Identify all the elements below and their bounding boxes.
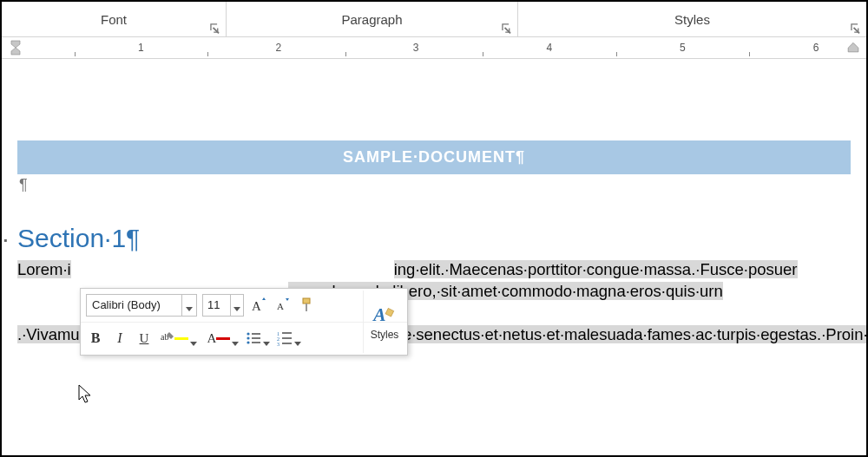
ruler-number: 2 xyxy=(275,42,281,54)
svg-text:3: 3 xyxy=(277,342,279,347)
ribbon-group-styles: Styles xyxy=(518,2,866,36)
ruler-number: 5 xyxy=(680,42,686,54)
right-indent-marker-icon[interactable] xyxy=(847,41,859,53)
ruler-number: 3 xyxy=(413,42,419,54)
bullets-button[interactable] xyxy=(244,329,270,348)
svg-marker-3 xyxy=(186,307,193,311)
underline-icon[interactable]: U xyxy=(135,329,154,348)
svg-marker-1 xyxy=(11,48,20,55)
font-name-combo[interactable]: Calibri (Body) xyxy=(86,294,197,317)
svg-rect-26 xyxy=(282,343,292,344)
ruler-number: 1 xyxy=(138,42,144,54)
font-dialog-launcher-icon[interactable] xyxy=(209,22,220,33)
selected-text: Lorem·i xyxy=(17,260,71,278)
heading-section-1[interactable]: Section·1¶ xyxy=(17,224,851,253)
paragraph-dialog-launcher-icon[interactable] xyxy=(501,22,512,33)
ribbon-group-paragraph: Paragraph xyxy=(227,2,518,36)
svg-text:A: A xyxy=(372,304,385,325)
ribbon-group-labels: Font Paragraph Styles xyxy=(2,2,866,37)
horizontal-ruler[interactable]: 1 2 3 4 5 6 xyxy=(2,37,866,59)
bullets-icon xyxy=(244,329,263,348)
font-size-value: 11 xyxy=(203,298,230,311)
svg-marker-8 xyxy=(286,298,289,301)
bullets-dropdown-icon[interactable] xyxy=(263,335,270,342)
svg-rect-19 xyxy=(252,342,260,343)
svg-rect-15 xyxy=(252,333,260,335)
indent-marker-icon[interactable] xyxy=(10,39,21,56)
format-painter-icon[interactable] xyxy=(298,296,317,315)
numbering-dropdown-icon[interactable] xyxy=(294,335,301,342)
ribbon-group-styles-label: Styles xyxy=(674,12,710,27)
ribbon-group-font: Font xyxy=(2,2,227,36)
font-name-dropdown-icon[interactable] xyxy=(181,295,196,316)
svg-text:A: A xyxy=(252,299,261,313)
selected-text: ing·elit.·Maecenas·porttitor·congue·mass… xyxy=(394,260,798,278)
font-color-dropdown-icon[interactable] xyxy=(232,335,239,342)
font-color-button[interactable]: A xyxy=(202,329,239,348)
svg-point-14 xyxy=(247,333,249,336)
svg-marker-27 xyxy=(294,342,301,346)
ribbon-group-paragraph-label: Paragraph xyxy=(341,12,402,27)
anchor-icon: ▪ xyxy=(3,234,7,246)
font-size-dropdown-icon[interactable] xyxy=(230,295,243,316)
svg-rect-22 xyxy=(282,332,292,334)
svg-rect-9 xyxy=(303,298,310,304)
svg-marker-6 xyxy=(262,297,266,300)
svg-rect-17 xyxy=(252,337,260,339)
svg-text:A: A xyxy=(277,301,284,311)
word-window: Font Paragraph Styles 1 2 3 4 5 xyxy=(0,0,868,457)
font-name-value: Calibri (Body) xyxy=(87,298,181,311)
grow-font-icon[interactable]: A xyxy=(249,296,268,315)
paragraph-mark[interactable]: ¶ xyxy=(17,174,851,194)
svg-marker-2 xyxy=(848,42,858,52)
italic-icon[interactable]: I xyxy=(110,329,129,348)
document-title[interactable]: SAMPLE·DOCUMENT¶ xyxy=(17,140,851,174)
ruler-number: 4 xyxy=(546,42,552,54)
heading-text: Section·1¶ xyxy=(17,224,140,252)
svg-marker-29 xyxy=(79,385,90,402)
styles-button[interactable]: A Styles xyxy=(363,291,405,353)
svg-marker-4 xyxy=(233,307,240,311)
svg-rect-10 xyxy=(306,304,307,311)
svg-rect-24 xyxy=(282,337,292,339)
ruler-scale: 1 2 3 4 5 6 xyxy=(24,41,858,56)
svg-marker-12 xyxy=(190,342,197,346)
styles-button-label: Styles xyxy=(371,329,399,341)
highlight-color-button[interactable]: ab xyxy=(159,329,197,348)
bold-icon[interactable]: B xyxy=(86,329,105,348)
svg-marker-0 xyxy=(11,41,20,48)
highlight-dropdown-icon[interactable] xyxy=(190,335,197,342)
svg-marker-13 xyxy=(232,342,239,346)
shrink-font-icon[interactable]: A xyxy=(273,296,293,315)
ruler-number: 6 xyxy=(813,42,819,54)
document-area[interactable]: SAMPLE·DOCUMENT¶ ¶ Section·1¶ Lorem·iing… xyxy=(2,59,866,455)
ribbon-group-font-label: Font xyxy=(101,12,127,27)
svg-marker-20 xyxy=(263,342,270,346)
svg-text:ab: ab xyxy=(161,332,168,342)
svg-point-16 xyxy=(247,337,249,340)
font-size-combo[interactable]: 11 xyxy=(202,294,244,317)
numbering-button[interactable]: 123 xyxy=(275,329,301,348)
numbering-icon: 123 xyxy=(275,329,294,348)
styles-dialog-launcher-icon[interactable] xyxy=(850,22,861,33)
svg-point-18 xyxy=(247,342,249,344)
mouse-cursor-icon xyxy=(78,384,94,408)
mini-toolbar: Calibri (Body) 11 A A B I U ab xyxy=(80,288,408,356)
